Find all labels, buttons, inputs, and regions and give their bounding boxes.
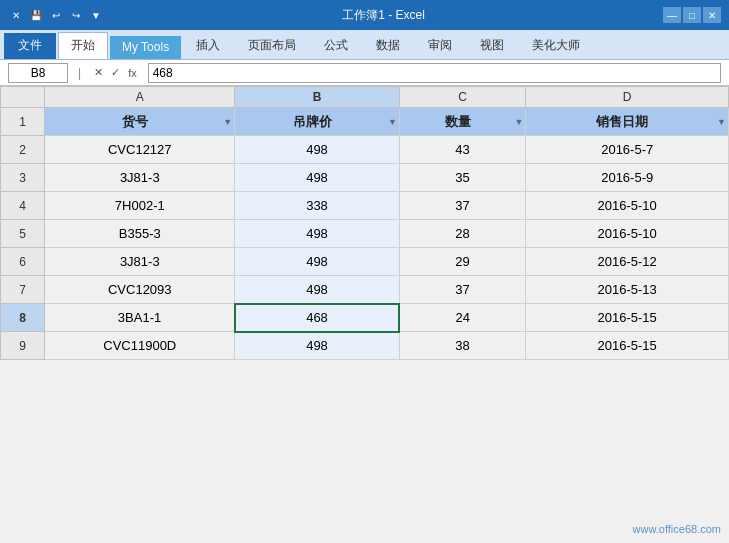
excel-icon: ✕ <box>8 7 24 23</box>
cell-C5[interactable]: 28 <box>399 220 526 248</box>
cell-D2[interactable]: 2016-5-7 <box>526 136 729 164</box>
cell-B8[interactable]: 468 <box>235 304 400 332</box>
cell-D6[interactable]: 2016-5-12 <box>526 248 729 276</box>
more-icon[interactable]: ▼ <box>88 7 104 23</box>
row-num-6: 6 <box>1 248 45 276</box>
cell-A4[interactable]: 7H002-1 <box>45 192 235 220</box>
maximize-button[interactable]: □ <box>683 7 701 23</box>
cell-A7[interactable]: CVC12093 <box>45 276 235 304</box>
row-num-5: 5 <box>1 220 45 248</box>
row-num-1: 1 <box>1 108 45 136</box>
tab-insert[interactable]: 插入 <box>183 32 233 59</box>
tab-review[interactable]: 审阅 <box>415 32 465 59</box>
cell-D7[interactable]: 2016-5-13 <box>526 276 729 304</box>
cell-C1[interactable]: 数量 ▼ <box>399 108 526 136</box>
cell-C4[interactable]: 37 <box>399 192 526 220</box>
cell-B4[interactable]: 338 <box>235 192 400 220</box>
table-row: 47H002-1338372016-5-10 <box>1 192 729 220</box>
table-row: 5B355-3498282016-5-10 <box>1 220 729 248</box>
window-title: 工作簿1 - Excel <box>110 7 657 24</box>
table-row: 83BA1-1468242016-5-15 <box>1 304 729 332</box>
cell-B2[interactable]: 498 <box>235 136 400 164</box>
cell-C9[interactable]: 38 <box>399 332 526 360</box>
tab-pagelayout[interactable]: 页面布局 <box>235 32 309 59</box>
cell-A1[interactable]: 货号 ▼ <box>45 108 235 136</box>
save-icon[interactable]: 💾 <box>28 7 44 23</box>
cell-A2[interactable]: CVC12127 <box>45 136 235 164</box>
table-row: 63J81-3498292016-5-12 <box>1 248 729 276</box>
cell-A6[interactable]: 3J81-3 <box>45 248 235 276</box>
cell-A5[interactable]: B355-3 <box>45 220 235 248</box>
cell-D5[interactable]: 2016-5-10 <box>526 220 729 248</box>
confirm-icon[interactable]: ✓ <box>108 66 123 79</box>
cell-D4[interactable]: 2016-5-10 <box>526 192 729 220</box>
formula-bar-row: B8 | ✕ ✓ fx 468 <box>0 60 729 86</box>
cell-B9[interactable]: 498 <box>235 332 400 360</box>
ribbon-tabs: 文件 开始 My Tools 插入 页面布局 公式 数据 审阅 视图 美化大师 <box>0 30 729 60</box>
corner-header <box>1 87 45 108</box>
cell-B1[interactable]: 吊牌价 ▼ <box>235 108 400 136</box>
row-num-8: 8 <box>1 304 45 332</box>
cell-C7[interactable]: 37 <box>399 276 526 304</box>
tab-data[interactable]: 数据 <box>363 32 413 59</box>
spreadsheet: A B C D 1 货号 ▼ 吊牌价 ▼ 数量 ▼ <box>0 86 729 543</box>
cell-D1[interactable]: 销售日期 ▼ <box>526 108 729 136</box>
dropdown-arrow[interactable]: ▼ <box>388 117 397 127</box>
cell-A9[interactable]: CVC11900D <box>45 332 235 360</box>
tab-view[interactable]: 视图 <box>467 32 517 59</box>
cell-C3[interactable]: 35 <box>399 164 526 192</box>
dropdown-arrow[interactable]: ▼ <box>223 117 232 127</box>
tab-formulas[interactable]: 公式 <box>311 32 361 59</box>
table-row: 9CVC11900D498382016-5-15 <box>1 332 729 360</box>
cell-D3[interactable]: 2016-5-9 <box>526 164 729 192</box>
cell-B6[interactable]: 498 <box>235 248 400 276</box>
window-controls[interactable]: — □ ✕ <box>663 7 721 23</box>
tab-file[interactable]: 文件 <box>4 33 56 59</box>
cell-D8[interactable]: 2016-5-15 <box>526 304 729 332</box>
cell-B3[interactable]: 498 <box>235 164 400 192</box>
sheet-table: A B C D 1 货号 ▼ 吊牌价 ▼ 数量 ▼ <box>0 86 729 360</box>
cell-B5[interactable]: 498 <box>235 220 400 248</box>
close-button[interactable]: ✕ <box>703 7 721 23</box>
cell-C6[interactable]: 29 <box>399 248 526 276</box>
tab-beautymaster[interactable]: 美化大师 <box>519 32 593 59</box>
col-header-B[interactable]: B <box>235 87 400 108</box>
tab-mytools[interactable]: My Tools <box>110 36 181 59</box>
minimize-button[interactable]: — <box>663 7 681 23</box>
row-num-3: 3 <box>1 164 45 192</box>
formula-separator: | <box>76 66 83 80</box>
table-row: 1 货号 ▼ 吊牌价 ▼ 数量 ▼ 销售日期 ▼ <box>1 108 729 136</box>
dropdown-arrow[interactable]: ▼ <box>514 117 523 127</box>
tab-home[interactable]: 开始 <box>58 32 108 59</box>
formula-icons: ✕ ✓ fx <box>91 66 140 79</box>
cell-C8[interactable]: 24 <box>399 304 526 332</box>
watermark: www.office68.com <box>633 523 721 535</box>
cell-C2[interactable]: 43 <box>399 136 526 164</box>
cell-A8[interactable]: 3BA1-1 <box>45 304 235 332</box>
cancel-icon[interactable]: ✕ <box>91 66 106 79</box>
cell-D9[interactable]: 2016-5-15 <box>526 332 729 360</box>
col-header-D[interactable]: D <box>526 87 729 108</box>
cell-B7[interactable]: 498 <box>235 276 400 304</box>
row-num-2: 2 <box>1 136 45 164</box>
row-num-4: 4 <box>1 192 45 220</box>
title-bar: ✕ 💾 ↩ ↪ ▼ 工作簿1 - Excel — □ ✕ <box>0 0 729 30</box>
table-row: 7CVC12093498372016-5-13 <box>1 276 729 304</box>
row-num-9: 9 <box>1 332 45 360</box>
col-header-C[interactable]: C <box>399 87 526 108</box>
dropdown-arrow[interactable]: ▼ <box>717 117 726 127</box>
formula-input[interactable]: 468 <box>148 63 721 83</box>
table-row: 2CVC12127498432016-5-7 <box>1 136 729 164</box>
table-row: 33J81-3498352016-5-9 <box>1 164 729 192</box>
cell-name-box[interactable]: B8 <box>8 63 68 83</box>
row-num-7: 7 <box>1 276 45 304</box>
cell-A3[interactable]: 3J81-3 <box>45 164 235 192</box>
title-bar-icons: ✕ 💾 ↩ ↪ ▼ <box>8 7 104 23</box>
undo-icon[interactable]: ↩ <box>48 7 64 23</box>
col-header-A[interactable]: A <box>45 87 235 108</box>
fx-icon[interactable]: fx <box>125 67 140 79</box>
redo-icon[interactable]: ↪ <box>68 7 84 23</box>
